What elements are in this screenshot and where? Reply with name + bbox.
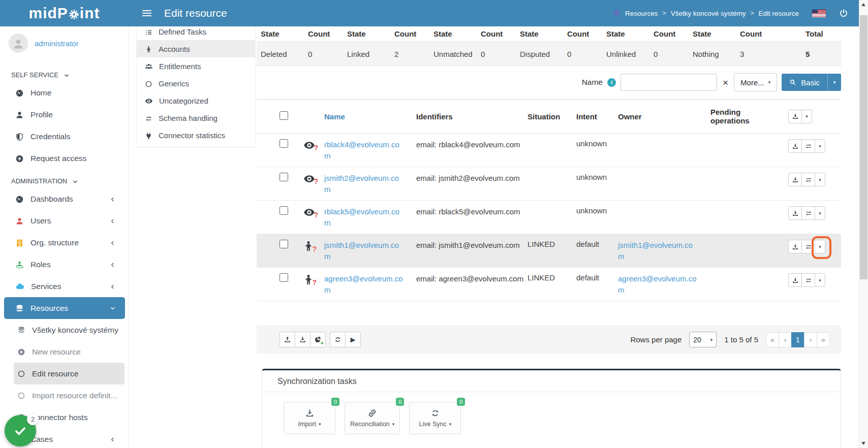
- database-icon: [15, 303, 24, 312]
- download-button[interactable]: [788, 139, 802, 153]
- row-checkbox[interactable]: [280, 173, 288, 181]
- sidebar-item-profile[interactable]: Profile: [0, 104, 129, 125]
- menu-item-schema-handling[interactable]: Schema handling: [137, 109, 255, 126]
- chevron-left-icon: [110, 282, 115, 291]
- section-self-service[interactable]: SELF SERVICE: [0, 58, 129, 82]
- sidebar-item-all-resources[interactable]: Všetky koncové systémy: [0, 319, 129, 341]
- row-checkbox[interactable]: [280, 240, 288, 248]
- owner-link[interactable]: jsmith1@evolveum.com: [618, 240, 698, 262]
- sidebar-item-edit-resource[interactable]: Edit resource: [14, 363, 125, 385]
- menu-item-uncategorized[interactable]: Uncategorized: [137, 92, 255, 109]
- sidebar-item-resources[interactable]: Resources: [4, 297, 125, 319]
- breadcrumb-item[interactable]: Všetky koncové systémy: [671, 10, 746, 17]
- column-header-name[interactable]: Name: [324, 112, 416, 121]
- menu-item-connector-statistics[interactable]: Connector statistics: [137, 126, 255, 144]
- row-checkbox[interactable]: [280, 273, 288, 282]
- pagination-prev[interactable]: ‹: [779, 332, 792, 347]
- sidebar-item-users[interactable]: Users: [0, 210, 129, 232]
- stats-count: 0: [654, 50, 693, 58]
- download-button[interactable]: [788, 273, 802, 287]
- change-owner-button[interactable]: [801, 139, 815, 153]
- search-input[interactable]: [621, 74, 717, 91]
- row-checkbox[interactable]: [280, 206, 288, 215]
- import-task-card[interactable]: Import▾ 0: [284, 402, 335, 434]
- scrollbar-up-arrow[interactable]: [861, 3, 865, 6]
- info-icon[interactable]: i: [607, 78, 616, 87]
- pagination-first[interactable]: «: [766, 332, 779, 347]
- account-name-link[interactable]: rblack4@evolveum.com: [324, 139, 405, 162]
- row-menu-dropdown-button[interactable]: ▾: [815, 173, 825, 186]
- account-name-link[interactable]: jsmith2@evolveum.com: [324, 173, 405, 195]
- change-owner-button[interactable]: [801, 240, 815, 253]
- change-owner-button[interactable]: [801, 273, 815, 287]
- refresh-button[interactable]: [330, 332, 346, 347]
- change-owner-button[interactable]: [801, 173, 815, 186]
- breadcrumb-item[interactable]: Resources: [625, 10, 658, 17]
- brand-text-pre: midP: [28, 5, 68, 22]
- pagination-next[interactable]: ›: [804, 332, 817, 347]
- users-group-icon: [145, 61, 153, 71]
- more-filters-button[interactable]: More... ▾: [734, 73, 777, 91]
- rows-per-page-select[interactable]: 20 ▾: [689, 332, 717, 347]
- change-owner-button[interactable]: [801, 206, 815, 220]
- scrollbar-down-arrow[interactable]: [861, 442, 865, 445]
- download-button[interactable]: [788, 173, 802, 186]
- create-report-button[interactable]: +: [310, 332, 326, 347]
- row-menu-dropdown-button[interactable]: ▾: [815, 139, 825, 153]
- sidebar-item-roles[interactable]: Roles: [0, 253, 129, 275]
- row-menu-dropdown-button[interactable]: ▾: [815, 206, 825, 220]
- clear-search-button[interactable]: ×: [722, 78, 729, 87]
- shield-icon: [15, 132, 24, 141]
- user-panel: administrator: [0, 26, 129, 58]
- user-name-link[interactable]: administrator: [35, 39, 79, 48]
- reconciliation-task-card[interactable]: Reconciliation▾ 0: [345, 402, 400, 434]
- rows-per-page-label: Rows per page: [630, 335, 681, 344]
- basic-search-button[interactable]: Basic: [782, 74, 828, 91]
- owner-link[interactable]: agreen3@evolveum.com: [618, 273, 698, 296]
- scrollbar-thumb[interactable]: [860, 15, 867, 279]
- play-button[interactable]: ▶: [345, 332, 361, 347]
- basic-search-dropdown[interactable]: ▾: [828, 74, 841, 91]
- sidebar-item-new-resource[interactable]: New resource: [0, 341, 129, 363]
- sidebar-item-import-resource[interactable]: Import resource definit…: [0, 385, 129, 406]
- account-name-link[interactable]: agreen3@evolveum.com: [324, 273, 405, 296]
- sidebar-item-home[interactable]: Home: [0, 82, 129, 104]
- download-button[interactable]: [788, 206, 802, 220]
- breadcrumb: Resources > Všetky koncové systémy > Edi…: [613, 9, 799, 17]
- export-button[interactable]: [788, 110, 802, 123]
- sidebar-item-credentials[interactable]: Credentials: [0, 125, 129, 147]
- pagination-last[interactable]: »: [817, 332, 830, 347]
- download-button[interactable]: [788, 240, 802, 253]
- sidebar-item-dashboards[interactable]: Dashboards: [0, 188, 129, 210]
- export-accounts-button[interactable]: [295, 332, 311, 347]
- row-menu-dropdown-button[interactable]: ▾: [815, 240, 825, 253]
- hamburger-menu-icon[interactable]: [142, 10, 151, 17]
- live-sync-task-card[interactable]: Live Sync▾ 0: [409, 402, 461, 434]
- menu-item-entitlements[interactable]: Entitlements: [137, 57, 255, 75]
- section-administration[interactable]: ADMINISTRATION: [0, 169, 129, 188]
- menu-item-generics[interactable]: Generics: [137, 75, 255, 92]
- account-name-link[interactable]: jsmith1@evolveum.com: [324, 240, 405, 262]
- stats-count: 0: [308, 50, 347, 58]
- language-flag-us[interactable]: [812, 10, 826, 17]
- brand-logo[interactable]: midPint: [0, 5, 129, 22]
- import-accounts-button[interactable]: [280, 332, 295, 347]
- sidebar-item-label: Profile: [30, 110, 53, 119]
- left-sidebar: administrator SELF SERVICE Home Profile …: [0, 26, 129, 448]
- row-checkbox[interactable]: [280, 139, 288, 148]
- stats-count: 2: [394, 50, 433, 58]
- sidebar-item-request-access[interactable]: Request access: [0, 147, 129, 169]
- top-navbar: midPint Edit resource Resources > Všetky…: [0, 0, 859, 26]
- feedback-check-fab[interactable]: 2: [5, 415, 36, 446]
- sidebar-item-org-structure[interactable]: Org. structure: [0, 232, 129, 253]
- menu-item-accounts[interactable]: Accounts: [137, 40, 255, 57]
- export-dropdown-button[interactable]: ▾: [801, 110, 812, 123]
- account-name-link[interactable]: rblack5@evolveum.com: [324, 206, 405, 229]
- download-icon: [305, 408, 315, 418]
- person-icon: [145, 44, 152, 53]
- sidebar-item-services[interactable]: Services: [0, 275, 129, 297]
- row-menu-dropdown-button[interactable]: ▾: [815, 273, 825, 287]
- select-all-checkbox[interactable]: [280, 111, 288, 120]
- logout-power-icon[interactable]: [839, 9, 848, 18]
- pagination-page-1[interactable]: 1: [791, 332, 804, 347]
